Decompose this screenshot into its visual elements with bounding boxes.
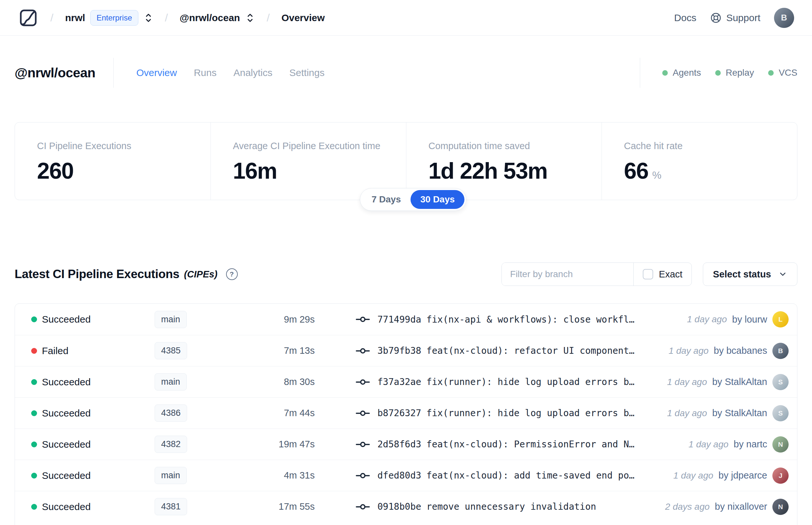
- breadcrumb-separator: /: [165, 11, 168, 24]
- author-avatar[interactable]: J: [772, 467, 788, 484]
- time-ago: 1 day ago: [673, 470, 713, 481]
- cipe-table-row[interactable]: Succeeded 4382 19m 47s 2d58f6d3feat(nx-c…: [15, 429, 797, 460]
- author-name: by nartc: [734, 439, 767, 450]
- org-name: nrwl: [65, 12, 85, 24]
- commit-cell[interactable]: dfed80d3feat(nx-cloud): add time-saved e…: [315, 470, 673, 481]
- time-ago: 2 days ago: [665, 501, 710, 512]
- commit-text: 3b79fb38feat(nx-cloud): refactor UI comp…: [378, 345, 634, 356]
- commit-cell[interactable]: 771499dafix(nx-api & workflows): close w…: [315, 314, 687, 325]
- status-cell: Succeeded: [31, 408, 155, 419]
- support-link[interactable]: Support: [710, 12, 760, 24]
- stat-value: 66: [624, 158, 648, 184]
- cipe-section-title: Latest CI Pipeline Executions: [15, 267, 179, 281]
- workspace-name: @nrwl/ocean: [180, 12, 240, 24]
- author-avatar[interactable]: S: [772, 374, 788, 390]
- commit-hash: 2d58f6d3: [378, 439, 421, 450]
- indicator-replay[interactable]: Replay: [715, 68, 754, 78]
- status-label: Succeeded: [42, 408, 91, 419]
- branch-badge[interactable]: 4381: [155, 498, 187, 515]
- divider: [640, 58, 640, 88]
- help-icon[interactable]: ?: [226, 268, 238, 280]
- status-dot-icon: [768, 70, 774, 76]
- git-commit-icon: [355, 377, 370, 387]
- status-dot-icon: [31, 504, 37, 510]
- range-option-30-days[interactable]: 30 Days: [411, 190, 464, 209]
- commit-meta: 1 day ago by StalkAltan S: [667, 374, 788, 390]
- range-option-7-days[interactable]: 7 Days: [362, 190, 411, 209]
- indicator-agents[interactable]: Agents: [662, 68, 701, 78]
- status-label: Succeeded: [42, 376, 91, 388]
- page-title: @nrwl/ocean: [15, 65, 95, 80]
- branch-badge[interactable]: 4382: [155, 436, 187, 453]
- life-ring-icon: [710, 12, 722, 24]
- commit-hash: 771499da: [378, 314, 421, 325]
- branch-filter-input[interactable]: [502, 263, 633, 286]
- branch-badge[interactable]: 4386: [155, 404, 187, 422]
- branch-badge[interactable]: main: [155, 467, 187, 484]
- user-avatar[interactable]: B: [774, 8, 794, 28]
- git-commit-icon: [355, 439, 370, 449]
- cipe-table-row[interactable]: Succeeded 4381 17m 55s 0918b0beremove un…: [15, 491, 797, 522]
- tab-settings[interactable]: Settings: [289, 67, 324, 78]
- status-dot-icon: [31, 379, 37, 385]
- cipe-table: Succeeded main 9m 29s 771499dafix(nx-api…: [15, 303, 797, 525]
- author-name: by StalkAltan: [712, 376, 767, 387]
- cipe-table-row[interactable]: Failed 4385 7m 13s 3b79fb38feat(nx-cloud…: [15, 335, 797, 366]
- status-label: Succeeded: [42, 470, 91, 481]
- commit-message: feat(nx-cloud): add time-saved end po…: [427, 470, 635, 481]
- commit-message: fix(runner): hide log upload errors b…: [427, 408, 635, 418]
- commit-message: fix(runner): hide log upload errors b…: [427, 376, 635, 387]
- author-avatar[interactable]: S: [772, 405, 788, 421]
- commit-hash: b8726327: [378, 408, 421, 418]
- docs-link[interactable]: Docs: [674, 12, 696, 24]
- author-avatar[interactable]: L: [772, 311, 788, 328]
- tab-overview[interactable]: Overview: [136, 67, 177, 78]
- author-name: by StalkAltan: [712, 408, 767, 418]
- author-name: by jdpearce: [718, 470, 767, 481]
- commit-cell[interactable]: f37a32aefix(runner): hide log upload err…: [315, 376, 667, 387]
- author-avatar[interactable]: B: [772, 343, 788, 359]
- commit-text: 0918b0beremove unnecessary invalidation: [378, 501, 596, 512]
- tab-runs[interactable]: Runs: [194, 67, 217, 78]
- nx-cloud-logo[interactable]: [18, 7, 39, 28]
- feature-indicators: Agents Replay VCS: [640, 58, 797, 88]
- duration-value: 4m 31s: [284, 470, 315, 481]
- cipe-table-row[interactable]: Succeeded 4386 7m 44s b8726327fix(runner…: [15, 397, 797, 429]
- status-label: Succeeded: [42, 501, 91, 512]
- status-label: Failed: [42, 345, 68, 356]
- commit-cell[interactable]: 2d58f6d3feat(nx-cloud): PermissionError …: [315, 439, 689, 450]
- stat-suffix: %: [652, 169, 661, 181]
- cipe-table-row[interactable]: Succeeded main 9m 29s 771499dafix(nx-api…: [15, 304, 797, 335]
- stats-section: CI Pipeline Executions 260 Average CI Pi…: [15, 122, 797, 200]
- commit-cell[interactable]: 0918b0beremove unnecessary invalidation: [315, 501, 665, 512]
- status-dot-icon: [31, 410, 37, 416]
- status-cell: Succeeded: [31, 314, 155, 325]
- workspace-switcher[interactable]: @nrwl/ocean: [180, 12, 255, 24]
- chevron-up-down-icon[interactable]: [245, 12, 255, 24]
- chevron-up-down-icon[interactable]: [143, 12, 153, 24]
- git-commit-icon: [355, 314, 370, 324]
- commit-meta: 2 days ago by nixallover N: [665, 499, 788, 515]
- breadcrumb-current-page: Overview: [281, 12, 324, 24]
- author-avatar[interactable]: N: [772, 499, 788, 515]
- commit-hash: f37a32ae: [378, 376, 421, 387]
- time-ago: 1 day ago: [689, 439, 729, 450]
- commit-cell[interactable]: 3b79fb38feat(nx-cloud): refactor UI comp…: [315, 345, 669, 356]
- status-cell: Succeeded: [31, 470, 155, 481]
- commit-message: feat(nx-cloud): PermissionError and N…: [427, 439, 635, 450]
- exact-checkbox[interactable]: [643, 269, 653, 280]
- cipe-table-row[interactable]: Succeeded main 4m 31s dfed80d3feat(nx-cl…: [15, 460, 797, 491]
- indicator-vcs[interactable]: VCS: [768, 68, 797, 78]
- author-avatar[interactable]: N: [772, 436, 788, 452]
- branch-badge[interactable]: 4385: [155, 342, 187, 359]
- commit-cell[interactable]: b8726327fix(runner): hide log upload err…: [315, 408, 667, 418]
- branch-badge[interactable]: main: [155, 311, 187, 328]
- git-commit-icon: [355, 408, 370, 418]
- select-status-dropdown[interactable]: Select status: [703, 262, 797, 286]
- cipe-table-row[interactable]: Succeeded main 8m 30s f37a32aefix(runner…: [15, 366, 797, 397]
- stat-cache-hit-rate: Cache hit rate 66%: [601, 122, 797, 200]
- tab-analytics[interactable]: Analytics: [233, 67, 273, 78]
- branch-badge[interactable]: main: [155, 373, 187, 390]
- org-switcher[interactable]: nrwl Enterprise: [65, 10, 153, 26]
- commit-message: feat(nx-cloud): refactor UI component…: [427, 345, 635, 356]
